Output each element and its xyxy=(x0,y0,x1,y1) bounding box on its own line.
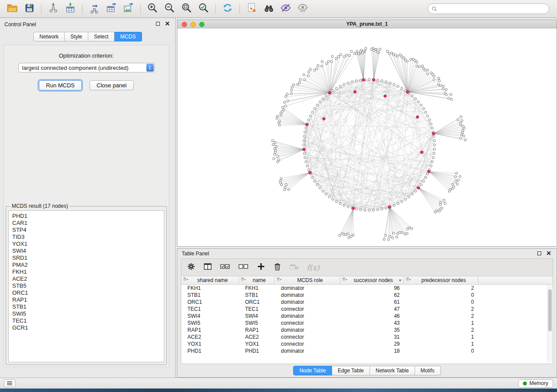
zoom-in-button[interactable] xyxy=(145,2,160,16)
mcds-result-item[interactable]: CAR1 xyxy=(9,220,164,227)
shared-name-cell[interactable]: FKH1 xyxy=(181,285,239,292)
search-input[interactable] xyxy=(428,3,549,14)
mcds-result-item[interactable]: ACE2 xyxy=(9,275,164,282)
empty-cell[interactable] xyxy=(478,327,553,334)
predecessor-nodes-cell[interactable]: 1 xyxy=(404,320,478,327)
binoculars-search-button[interactable] xyxy=(261,2,277,16)
float-panel-icon[interactable] xyxy=(537,251,541,255)
scrollbar-thumb[interactable] xyxy=(548,289,552,331)
mcds-role-cell[interactable]: dominator xyxy=(275,327,340,334)
network-window-titlebar[interactable]: YPA_prune.txt_1 xyxy=(177,20,557,28)
column-header-shared-name[interactable]: shared name xyxy=(181,276,239,284)
select-all-rows-button[interactable] xyxy=(220,262,231,273)
mcds-role-cell[interactable]: connector xyxy=(275,306,340,313)
column-header-MCDS-role[interactable]: MCDS role xyxy=(275,276,340,284)
successor-nodes-cell[interactable]: 61 xyxy=(340,299,404,306)
shared-name-cell[interactable]: PHD1 xyxy=(181,347,239,354)
optimization-criterion-select[interactable]: largest connected component (undirected)… xyxy=(18,63,155,72)
name-cell[interactable]: RAP1 xyxy=(239,327,275,334)
table-row[interactable]: ORC1ORC1dominator610 xyxy=(181,299,553,306)
empty-cell[interactable] xyxy=(478,299,553,306)
predecessor-nodes-cell[interactable]: 2 xyxy=(404,313,478,320)
shared-name-cell[interactable]: RAP1 xyxy=(181,327,239,334)
successor-nodes-cell[interactable]: 47 xyxy=(340,306,404,313)
import-network-button[interactable] xyxy=(45,2,61,16)
run-mcds-button[interactable]: Run MCDS xyxy=(39,80,82,90)
table-row[interactable]: ACE2ACE2connector311 xyxy=(181,334,553,340)
mcds-result-item[interactable]: STB5 xyxy=(9,282,164,289)
table-row[interactable]: YOX1YOX1connector291 xyxy=(181,340,553,347)
minimize-window-icon[interactable] xyxy=(190,22,196,27)
successor-nodes-cell[interactable]: 18 xyxy=(340,347,404,354)
successor-nodes-cell[interactable]: 35 xyxy=(340,327,404,334)
table-row[interactable]: PHD1PHD1dominator180 xyxy=(181,347,553,354)
successor-nodes-cell[interactable]: 96 xyxy=(340,285,404,292)
table-row[interactable]: FKH1FKH1dominator962 xyxy=(181,285,553,292)
refresh-layout-button[interactable] xyxy=(220,2,235,16)
mcds-result-item[interactable]: YOX1 xyxy=(9,241,164,248)
tab-select[interactable]: Select xyxy=(88,32,114,41)
import-table-button[interactable] xyxy=(62,2,78,16)
empty-cell[interactable] xyxy=(478,306,553,313)
mcds-result-item[interactable]: PMA2 xyxy=(9,261,164,268)
column-header-predecessor-nodes[interactable]: predecessor nodes xyxy=(404,276,478,284)
open-file-button[interactable] xyxy=(4,2,20,16)
mcds-role-cell[interactable]: dominator xyxy=(275,299,340,306)
successor-nodes-cell[interactable]: 62 xyxy=(340,292,404,299)
show-columns-button[interactable] xyxy=(203,262,212,273)
maximize-window-icon[interactable] xyxy=(199,22,204,27)
deselect-all-rows-button[interactable] xyxy=(238,262,249,273)
mcds-result-item[interactable]: SWI5 xyxy=(9,310,164,317)
mcds-result-item[interactable]: ORC1 xyxy=(9,289,164,296)
empty-cell[interactable] xyxy=(478,334,553,340)
export-table-button[interactable] xyxy=(104,2,119,16)
predecessor-nodes-cell[interactable]: 1 xyxy=(404,340,478,347)
predecessor-nodes-cell[interactable]: 0 xyxy=(404,299,478,306)
mcds-role-cell[interactable]: connector xyxy=(275,340,340,347)
column-header-successor-nodes[interactable]: successor nodes▾ xyxy=(340,276,404,284)
mcds-result-item[interactable]: SWI4 xyxy=(9,248,164,254)
mcds-result-item[interactable]: TEC1 xyxy=(9,317,164,324)
empty-cell[interactable] xyxy=(478,313,553,320)
tab-node-table[interactable]: Node Table xyxy=(293,366,332,375)
empty-cell[interactable] xyxy=(478,340,553,347)
tab-mcds[interactable]: MCDS xyxy=(114,32,142,41)
successor-nodes-cell[interactable]: 31 xyxy=(340,334,404,340)
network-canvas[interactable] xyxy=(177,28,557,246)
table-row[interactable]: RAP1RAP1dominator352 xyxy=(181,327,553,334)
mcds-result-item[interactable]: SRD1 xyxy=(9,254,164,261)
table-row[interactable]: TEC1TEC1connector472 xyxy=(181,306,553,313)
mcds-result-item[interactable]: PHD1 xyxy=(9,213,164,220)
status-menu-button[interactable] xyxy=(4,379,15,387)
add-column-button[interactable] xyxy=(256,262,266,273)
shared-name-cell[interactable]: ORC1 xyxy=(181,299,239,306)
name-cell[interactable]: STB1 xyxy=(239,292,275,299)
name-cell[interactable]: YOX1 xyxy=(239,340,275,347)
name-cell[interactable]: ORC1 xyxy=(239,299,275,306)
mcds-result-item[interactable]: FKH1 xyxy=(9,268,164,275)
name-cell[interactable]: FKH1 xyxy=(239,285,275,292)
predecessor-nodes-cell[interactable]: 2 xyxy=(404,327,478,334)
mcds-result-item[interactable]: GCR1 xyxy=(9,324,164,331)
share-document-button[interactable] xyxy=(244,2,259,16)
name-cell[interactable]: PHD1 xyxy=(239,347,275,354)
mcds-role-cell[interactable]: connector xyxy=(275,334,340,340)
empty-cell[interactable] xyxy=(478,320,553,327)
shared-name-cell[interactable]: SWI4 xyxy=(181,313,239,320)
shared-name-cell[interactable]: ACE2 xyxy=(181,334,239,340)
tab-motifs[interactable]: Motifs xyxy=(415,366,441,375)
export-image-button[interactable] xyxy=(121,2,136,16)
name-cell[interactable]: SWI4 xyxy=(239,313,275,320)
successor-nodes-cell[interactable]: 46 xyxy=(340,313,404,320)
empty-cell[interactable] xyxy=(478,285,553,292)
shared-name-cell[interactable]: STB1 xyxy=(181,292,239,299)
column-header-name[interactable]: name xyxy=(239,276,275,284)
predecessor-nodes-cell[interactable]: 0 xyxy=(404,347,478,354)
successor-nodes-cell[interactable]: 29 xyxy=(340,340,404,347)
show-eye-button[interactable] xyxy=(295,2,311,16)
float-panel-icon[interactable] xyxy=(156,22,160,26)
tab-network[interactable]: Network xyxy=(33,32,65,41)
table-row[interactable]: SWI5SWI5connector431 xyxy=(181,320,553,327)
mcds-result-item[interactable]: TID3 xyxy=(9,234,164,241)
predecessor-nodes-cell[interactable]: 0 xyxy=(404,292,478,299)
